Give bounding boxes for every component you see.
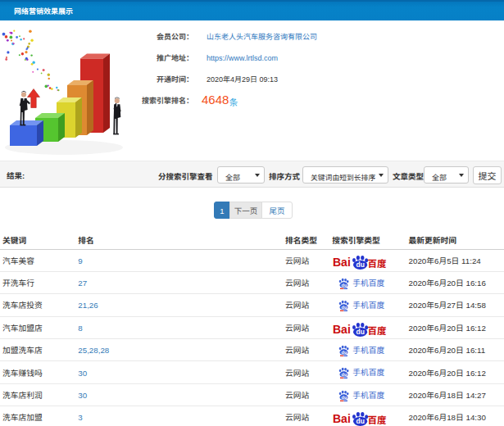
svg-text:du: du [342,394,347,401]
svg-text:Bai: Bai [333,411,351,426]
svg-text:Bai: Bai [333,255,351,270]
svg-text:百度: 百度 [368,324,387,337]
svg-text:du: du [342,349,347,356]
svg-text:du: du [342,282,347,288]
svg-text:Bai: Bai [333,322,351,337]
svg-text:du: du [342,304,347,310]
svg-text:du: du [356,259,365,269]
svg-text:百度: 百度 [368,256,387,269]
svg-text:du: du [342,371,347,378]
svg-text:du: du [356,326,365,336]
svg-text:du: du [356,416,365,426]
svg-text:百度: 百度 [368,413,387,426]
